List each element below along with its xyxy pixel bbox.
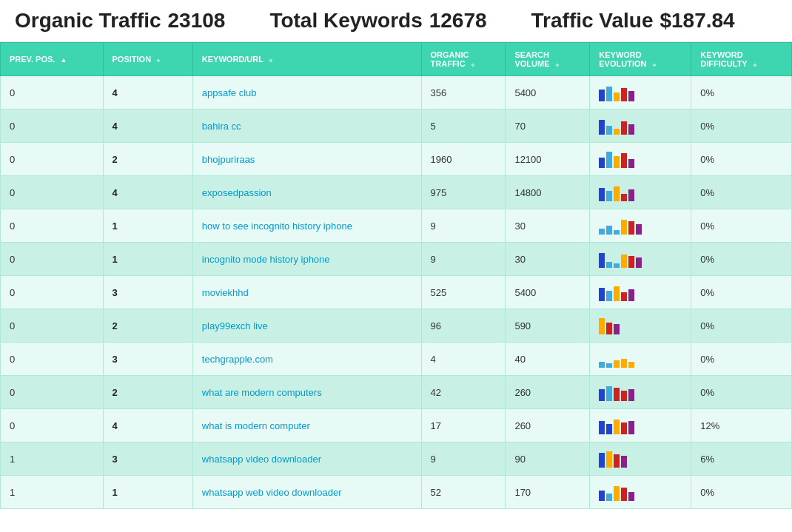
cell-position: 4: [103, 76, 192, 110]
cell-keyword[interactable]: play99exch live: [192, 309, 421, 343]
evolution-bar: [606, 126, 612, 135]
col-keyword-difficulty[interactable]: KEYWORDDIFFICULTY ⬦: [691, 43, 792, 76]
cell-prev-pos: 0: [1, 343, 104, 376]
table-row: 04what is modern computer1726012%: [1, 409, 792, 442]
evolution-bar: [621, 255, 627, 268]
evolution-bar: [606, 191, 612, 201]
cell-search-volume: 30: [506, 243, 590, 276]
evolution-bar: [636, 224, 642, 235]
cell-keyword[interactable]: whatsapp video downloader: [192, 442, 421, 476]
cell-organic-traffic: 9: [421, 209, 506, 243]
keyword-link[interactable]: whatsapp web video downloader: [202, 487, 342, 498]
cell-keyword[interactable]: exposedpassion: [192, 176, 421, 209]
keyword-link[interactable]: what are modern computers: [202, 387, 322, 398]
evolution-bar-group: [599, 450, 682, 468]
cell-position: 2: [103, 309, 192, 343]
evolution-bar-group: [599, 350, 682, 368]
cell-keyword[interactable]: incognito mode history iphone: [192, 243, 421, 276]
keyword-link[interactable]: bahira cc: [202, 121, 241, 132]
cell-keyword-difficulty: 0%: [691, 243, 792, 276]
cell-prev-pos: 0: [1, 110, 104, 143]
evolution-bar-group: [599, 183, 682, 201]
cell-keyword-evolution: [590, 276, 691, 309]
cell-keyword[interactable]: bhojpuriraas: [192, 143, 421, 176]
evolution-bar: [606, 451, 612, 468]
col-organic-traffic[interactable]: ORGANICTRAFFIC ⬦: [421, 43, 506, 76]
col-keyword[interactable]: KEYWORD/URL ⬦: [192, 43, 421, 76]
cell-position: 2: [103, 143, 192, 176]
evolution-bar: [621, 220, 627, 235]
evolution-bar: [621, 153, 627, 168]
cell-keyword[interactable]: what is modern computer: [192, 409, 421, 442]
table-header-row: PREV. POS. ▲ POSITION ⬦ KEYWORD/URL ⬦ OR…: [1, 43, 792, 76]
col-search-volume[interactable]: SEARCHVOLUME ⬦: [506, 43, 590, 76]
evolution-bar: [614, 263, 620, 268]
cell-keyword-difficulty: 0%: [691, 209, 792, 243]
cell-keyword[interactable]: techgrapple.com: [192, 343, 421, 376]
cell-prev-pos: 0: [1, 176, 104, 209]
keyword-link[interactable]: incognito mode history iphone: [202, 254, 330, 265]
keyword-link[interactable]: how to see incognito history iphone: [202, 220, 352, 232]
cell-organic-traffic: 525: [421, 276, 506, 309]
cell-keyword[interactable]: whatsapp web video downloader: [192, 476, 421, 509]
cell-position: 3: [103, 276, 192, 309]
col-position[interactable]: POSITION ⬦: [103, 43, 192, 76]
evolution-bar: [621, 391, 627, 401]
cell-keyword-evolution: [590, 409, 691, 442]
evolution-bar: [628, 159, 634, 168]
cell-position: 1: [103, 243, 192, 276]
organic-traffic-value: 23108: [168, 9, 226, 32]
cell-search-volume: 30: [506, 209, 590, 243]
table-row: 04appsafe club35654000%: [1, 76, 792, 110]
evolution-bar: [636, 257, 642, 268]
keyword-link[interactable]: moviekhhd: [202, 287, 249, 298]
organic-traffic-label: Organic Traffic: [15, 9, 161, 32]
evolution-bar-group: [599, 150, 682, 168]
cell-position: 4: [103, 110, 192, 143]
traffic-value-stat: Traffic Value $187.84: [531, 9, 735, 33]
evolution-bar: [614, 230, 620, 235]
evolution-bar: [606, 291, 612, 301]
cell-keyword[interactable]: how to see incognito history iphone: [192, 209, 421, 243]
cell-search-volume: 5400: [506, 76, 590, 110]
cell-search-volume: 260: [506, 376, 590, 409]
cell-keyword-difficulty: 12%: [691, 409, 792, 442]
evolution-bar: [599, 188, 605, 201]
evolution-bar: [606, 494, 612, 501]
cell-keyword[interactable]: bahira cc: [192, 110, 421, 143]
cell-keyword-difficulty: 0%: [691, 143, 792, 176]
keyword-link[interactable]: techgrapple.com: [202, 354, 273, 365]
evolution-bar: [606, 262, 612, 268]
keyword-link[interactable]: exposedpassion: [202, 187, 272, 198]
keyword-link[interactable]: whatsapp video downloader: [202, 454, 321, 465]
table-row: 02bhojpuriraas1960121000%: [1, 143, 792, 176]
cell-keyword[interactable]: appsafe club: [192, 76, 421, 110]
cell-position: 2: [103, 376, 192, 409]
cell-keyword[interactable]: what are modern computers: [192, 376, 421, 409]
cell-keyword-evolution: [590, 176, 691, 209]
col-keyword-evolution[interactable]: KEYWORDEVOLUTION ⬦: [590, 43, 691, 76]
evolution-bar: [599, 362, 605, 368]
col-prev-pos[interactable]: PREV. POS. ▲: [1, 43, 104, 76]
cell-position: 4: [103, 176, 192, 209]
evolution-bar: [614, 388, 620, 401]
evolution-bar: [606, 226, 612, 235]
evolution-bar: [628, 362, 634, 368]
evolution-bar: [621, 422, 627, 434]
cell-keyword-evolution: [590, 309, 691, 343]
keyword-link[interactable]: bhojpuriraas: [202, 154, 255, 165]
cell-keyword-evolution: [590, 343, 691, 376]
evolution-bar: [614, 454, 620, 468]
keyword-link[interactable]: appsafe club: [202, 87, 257, 98]
evolution-bar: [621, 194, 627, 201]
table-row: 01incognito mode history iphone9300%: [1, 243, 792, 276]
cell-keyword[interactable]: moviekhhd: [192, 276, 421, 309]
total-keywords-value: 12678: [429, 9, 487, 32]
keyword-link[interactable]: play99exch live: [202, 320, 268, 331]
cell-keyword-evolution: [590, 243, 691, 276]
cell-keyword-difficulty: 0%: [691, 309, 792, 343]
evolution-bar: [599, 421, 605, 434]
cell-position: 3: [103, 442, 192, 476]
keyword-link[interactable]: what is modern computer: [202, 420, 310, 431]
cell-organic-traffic: 52: [421, 476, 506, 509]
